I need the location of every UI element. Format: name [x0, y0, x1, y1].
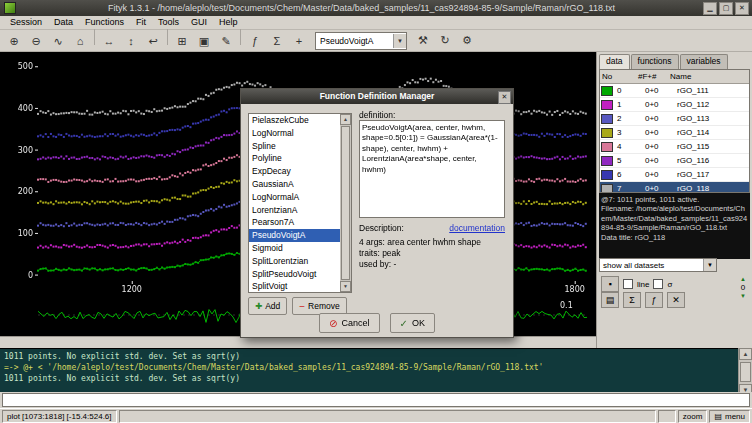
dataset-color-swatch [601, 170, 613, 180]
dataset-info-box: @7: 1011 points, 1011 active.Filename: /… [599, 193, 750, 259]
title-bar[interactable]: Fityk 1.3.1 - /home/aleplo/test/Document… [0, 0, 752, 16]
dialog-close-icon[interactable]: ✕ [498, 91, 511, 104]
ok-icon: ✓ [400, 318, 408, 329]
console-line: 1011 points. No explicit std. dev. Set a… [4, 374, 748, 385]
function-list-item[interactable]: Pearson7A [249, 216, 340, 229]
settings-icon[interactable]: ⚙ [456, 31, 478, 51]
function-list-item[interactable]: GaussianA [249, 178, 340, 191]
console-scrollbar[interactable]: ▲ ▼ [738, 348, 752, 392]
definition-label: definition: [359, 110, 395, 120]
toolbar-separator [240, 29, 241, 45]
scroll-up-icon[interactable]: ▲ [739, 348, 752, 360]
peak-mode-icon[interactable]: ∿ [47, 32, 69, 52]
zoom-in-icon[interactable]: ⊕ [3, 32, 25, 52]
maximize-button[interactable]: ▢ [719, 2, 733, 15]
sidebar-tabs: datafunctionsvariables [597, 52, 752, 69]
minimize-button[interactable]: ▁ [703, 2, 717, 15]
function-info-line: used by: - [359, 259, 505, 270]
definition-textarea[interactable]: PseudoVoigtA(area, center, hwhm, shape=0… [359, 120, 505, 218]
function-list-item[interactable]: Polyline [249, 152, 340, 165]
function-list-item[interactable]: SplitPseudoVoigt [249, 268, 340, 281]
menu-item[interactable]: Functions [79, 16, 130, 29]
cancel-button[interactable]: ⊘ Cancel [319, 313, 379, 333]
function-list-item[interactable]: LogNormalA [249, 191, 340, 204]
dialog-title-bar[interactable]: Function Definition Manager ✕ [241, 89, 513, 104]
ok-button[interactable]: ✓ OK [390, 313, 435, 333]
function-list-item[interactable]: SplitVoigt [249, 280, 340, 293]
status-zoom[interactable]: zoom [678, 410, 708, 423]
menu-item[interactable]: Session [4, 16, 48, 29]
function-list-item[interactable]: ExpDecay [249, 165, 340, 178]
menu-item[interactable]: Tools [152, 16, 185, 29]
menu-item[interactable]: Help [213, 16, 244, 29]
menu-item[interactable]: Fit [130, 16, 152, 29]
menu-item[interactable]: GUI [185, 16, 213, 29]
rGO_111[interactable]: 0 0+0 rGO_111 [600, 84, 749, 98]
define-function-icon[interactable]: ƒ [244, 31, 266, 51]
zoom-vertical-icon[interactable]: ↕ [120, 31, 142, 51]
command-input-row [0, 392, 752, 408]
show-all-datasets-select[interactable]: show all datasets ▼ [599, 258, 717, 272]
scroll-thumb[interactable] [740, 362, 751, 382]
scroll-thumb[interactable] [341, 126, 350, 280]
menu-bar: SessionDataFunctionsFitToolsGUIHelp [0, 16, 752, 30]
auto-add-icon[interactable]: + [288, 31, 310, 51]
function-list-item[interactable]: PielaszekCube [249, 114, 340, 127]
open-file-icon[interactable]: ⊞ [171, 32, 193, 52]
function-type-select[interactable]: PseudoVoigtA ▼ [315, 32, 407, 50]
fit-icon[interactable]: ⚒ [412, 31, 434, 51]
function-list-scrollbar[interactable]: ▲ ▼ [340, 114, 351, 292]
status-menu[interactable]: ▤ menu [709, 410, 750, 423]
rGO_114[interactable]: 3 0+0 rGO_114 [600, 126, 749, 140]
point-style-button[interactable]: ▪ [601, 276, 619, 292]
shift-spinner[interactable]: ▲ 0 ▼ [736, 276, 750, 300]
sidebar-tab[interactable]: data [599, 54, 630, 69]
dataset-info-line: @7: 1011 points, 1011 active. [601, 195, 748, 204]
functions-button[interactable]: ƒ [645, 292, 663, 308]
rGO_116[interactable]: 5 0+0 rGO_116 [600, 154, 749, 168]
menu-item[interactable]: Data [48, 16, 79, 29]
scroll-down-icon[interactable]: ▼ [340, 281, 351, 292]
undo-fit-icon[interactable]: ↻ [434, 31, 456, 51]
dataset-color-swatch [601, 114, 613, 124]
zoom-out-icon[interactable]: ⊖ [25, 32, 47, 52]
function-list-item[interactable]: PseudoVoigtA [249, 229, 340, 242]
spin-down-icon[interactable]: ▼ [736, 293, 750, 300]
sum-button[interactable]: Σ [623, 292, 641, 308]
line-checkbox[interactable] [623, 279, 633, 289]
rGO_113[interactable]: 2 0+0 rGO_113 [600, 112, 749, 126]
function-list-item[interactable]: LorentzianA [249, 204, 340, 217]
function-list-item[interactable]: Sigmoid [249, 242, 340, 255]
delete-dataset-button[interactable]: ✕ [667, 292, 685, 308]
function-list[interactable]: PielaszekCubeLogNormalSplinePolylineExpD… [248, 113, 352, 293]
show-sum-icon[interactable]: Σ [266, 31, 288, 51]
scroll-up-icon[interactable]: ▲ [340, 114, 351, 125]
previous-zoom-icon[interactable]: ↩ [142, 32, 164, 52]
rGO_118[interactable]: 7 0+0 rGO_118 [600, 182, 749, 193]
rGO_112[interactable]: 1 0+0 rGO_112 [600, 98, 749, 112]
dataset-color-swatch [601, 184, 613, 194]
save-session-icon[interactable]: ▣ [193, 32, 215, 52]
function-list-item[interactable]: Spline [249, 140, 340, 153]
documentation-link[interactable]: documentation [449, 223, 505, 233]
close-button[interactable]: ✕ [735, 2, 749, 15]
sigma-checkbox[interactable] [653, 279, 663, 289]
zoom-all-icon[interactable]: ⌂ [69, 31, 91, 51]
log-icon[interactable]: ✎ [215, 32, 237, 52]
zoom-horizontal-icon[interactable]: ↔ [98, 31, 120, 51]
rGO_115[interactable]: 4 0+0 rGO_115 [600, 140, 749, 154]
dataset-color-swatch [601, 156, 613, 166]
spin-up-icon[interactable]: ▲ [736, 276, 750, 283]
sidebar-tab[interactable]: functions [631, 54, 679, 69]
dataset-info-line: Data title: rGO_118 [601, 233, 748, 242]
sidebar-tab[interactable]: variables [680, 54, 728, 69]
function-type-value: PseudoVoigtA [320, 36, 373, 46]
function-list-item[interactable]: LogNormal [249, 127, 340, 140]
status-bar: plot [1073:1818] [-15.4:524.6] zoom ▤ me… [0, 408, 752, 423]
dataset-list-button[interactable]: ▤ [601, 292, 619, 308]
rGO_117[interactable]: 6 0+0 rGO_117 [600, 168, 749, 182]
function-list-item[interactable]: SplitLorentzian [249, 255, 340, 268]
command-input[interactable] [2, 393, 750, 407]
col-header-no: No [600, 72, 636, 81]
status-lock-cell [658, 410, 676, 423]
